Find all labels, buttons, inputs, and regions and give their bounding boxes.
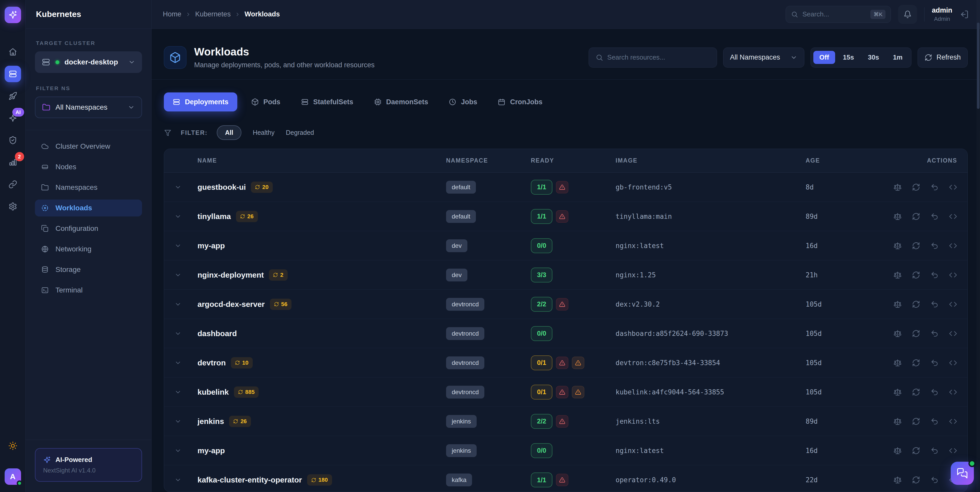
rollback-action-button[interactable] — [931, 300, 939, 308]
sidebar-item-nodes[interactable]: Nodes — [35, 158, 142, 175]
restart-action-button[interactable] — [912, 330, 920, 338]
resource-search[interactable] — [589, 48, 717, 67]
rollback-action-button[interactable] — [931, 212, 939, 221]
rollback-action-button[interactable] — [931, 359, 939, 367]
sidebar-item-terminal[interactable]: Terminal — [35, 282, 142, 299]
restart-action-button[interactable] — [912, 388, 920, 396]
restart-action-button[interactable] — [912, 359, 920, 367]
namespace-select[interactable]: All Namespaces — [35, 97, 142, 118]
tab-daemonsets[interactable]: DaemonSets — [367, 92, 435, 111]
expand-row-button[interactable] — [174, 447, 186, 454]
scrollbar[interactable] — [977, 0, 980, 492]
expand-row-button[interactable] — [174, 476, 186, 484]
restart-action-button[interactable] — [912, 183, 920, 191]
scale-action-button[interactable] — [894, 271, 902, 279]
yaml-action-button[interactable] — [949, 271, 957, 279]
tab-cronjobs[interactable]: CronJobs — [491, 92, 549, 111]
logout-button[interactable] — [959, 10, 969, 19]
avatar[interactable]: A — [5, 468, 21, 485]
restart-action-button[interactable] — [912, 447, 920, 455]
table-row[interactable]: guestbook-ui20default1/1gb-frontend:v58d — [164, 172, 967, 202]
expand-row-button[interactable] — [174, 389, 186, 396]
filter-chip-degraded[interactable]: Degraded — [286, 126, 314, 139]
rollback-action-button[interactable] — [931, 417, 939, 425]
refresh-button[interactable]: Refresh — [918, 48, 968, 67]
sidebar-item-storage[interactable]: Storage — [35, 261, 142, 278]
expand-row-button[interactable] — [174, 271, 186, 279]
scale-action-button[interactable] — [894, 212, 902, 221]
expand-row-button[interactable] — [174, 184, 186, 191]
sidebar-item-networking[interactable]: Networking — [35, 240, 142, 258]
rollback-action-button[interactable] — [931, 271, 939, 279]
notifications-button[interactable] — [898, 5, 917, 24]
scale-action-button[interactable] — [894, 447, 902, 455]
resource-search-input[interactable] — [607, 53, 710, 61]
expand-row-button[interactable] — [174, 301, 186, 308]
cluster-select[interactable]: docker-desktop — [35, 51, 142, 73]
yaml-action-button[interactable] — [949, 212, 957, 221]
table-row[interactable]: nginx-deployment2dev3/3nginx:1.2521h — [164, 260, 967, 290]
rail-item-sparkles[interactable]: AI — [5, 110, 21, 126]
yaml-action-button[interactable] — [949, 183, 957, 191]
restart-action-button[interactable] — [912, 271, 920, 279]
table-row[interactable]: dashboarddevtroncd0/0dashboard:a85f2624-… — [164, 319, 967, 348]
yaml-action-button[interactable] — [949, 242, 957, 250]
table-row[interactable]: kafka-cluster-entity-operator180kafka1/1… — [164, 465, 967, 492]
yaml-action-button[interactable] — [949, 447, 957, 455]
sidebar-item-cluster-overview[interactable]: Cluster Overview — [35, 138, 142, 155]
scale-action-button[interactable] — [894, 388, 902, 396]
restart-action-button[interactable] — [912, 476, 920, 484]
sidebar-item-workloads[interactable]: Workloads — [35, 199, 142, 217]
yaml-action-button[interactable] — [949, 300, 957, 308]
namespace-filter-select[interactable]: All Namespaces — [723, 48, 804, 67]
table-row[interactable]: devtron10devtroncd0/1devtron:c8e75fb3-43… — [164, 348, 967, 377]
global-search-input[interactable] — [802, 10, 866, 18]
filter-chip-all[interactable]: All — [217, 125, 242, 140]
breadcrumb-home[interactable]: Home — [163, 10, 181, 18]
restart-action-button[interactable] — [912, 212, 920, 221]
auto-refresh-1m[interactable]: 1m — [887, 51, 909, 64]
expand-row-button[interactable] — [174, 242, 186, 249]
table-row[interactable]: my-appdev0/0nginx:latest16d — [164, 231, 967, 260]
auto-refresh-off[interactable]: Off — [813, 51, 835, 64]
scale-action-button[interactable] — [894, 183, 902, 191]
global-search[interactable]: ⌘K — [786, 6, 891, 23]
restart-action-button[interactable] — [912, 300, 920, 308]
expand-row-button[interactable] — [174, 330, 186, 337]
table-row[interactable]: tinyllama26default1/1tinyllama:main89d — [164, 202, 967, 231]
tab-jobs[interactable]: Jobs — [442, 92, 484, 111]
scale-action-button[interactable] — [894, 359, 902, 367]
scale-action-button[interactable] — [894, 242, 902, 250]
breadcrumb-section[interactable]: Kubernetes — [195, 10, 231, 18]
sidebar-item-configuration[interactable]: Configuration — [35, 220, 142, 237]
rail-item-chart[interactable]: 2 — [5, 154, 21, 170]
rail-item-link[interactable] — [5, 176, 21, 193]
theme-toggle-button[interactable] — [5, 438, 21, 454]
rail-item-shield[interactable] — [5, 132, 21, 148]
filter-chip-healthy[interactable]: Healthy — [253, 126, 275, 139]
rollback-action-button[interactable] — [931, 388, 939, 396]
scale-action-button[interactable] — [894, 300, 902, 308]
yaml-action-button[interactable] — [949, 330, 957, 338]
rollback-action-button[interactable] — [931, 476, 939, 484]
restart-action-button[interactable] — [912, 417, 920, 425]
scale-action-button[interactable] — [894, 417, 902, 425]
rail-item-home[interactable] — [5, 44, 21, 60]
rail-item-server[interactable] — [5, 66, 21, 82]
rollback-action-button[interactable] — [931, 242, 939, 250]
app-logo[interactable] — [5, 7, 21, 23]
scale-action-button[interactable] — [894, 330, 902, 338]
yaml-action-button[interactable] — [949, 359, 957, 367]
expand-row-button[interactable] — [174, 213, 186, 220]
scrollbar-thumb[interactable] — [977, 22, 980, 109]
table-row[interactable]: kubelink885devtroncd0/1kubelink:a4fc9044… — [164, 377, 967, 407]
rail-item-gear[interactable] — [5, 198, 21, 215]
scale-action-button[interactable] — [894, 476, 902, 484]
rollback-action-button[interactable] — [931, 330, 939, 338]
yaml-action-button[interactable] — [949, 417, 957, 425]
auto-refresh-15s[interactable]: 15s — [837, 51, 860, 64]
expand-row-button[interactable] — [174, 418, 186, 425]
sidebar-item-namespaces[interactable]: Namespaces — [35, 179, 142, 196]
expand-row-button[interactable] — [174, 359, 186, 366]
table-row[interactable]: argocd-dex-server56devtroncd2/2dex:v2.30… — [164, 290, 967, 319]
